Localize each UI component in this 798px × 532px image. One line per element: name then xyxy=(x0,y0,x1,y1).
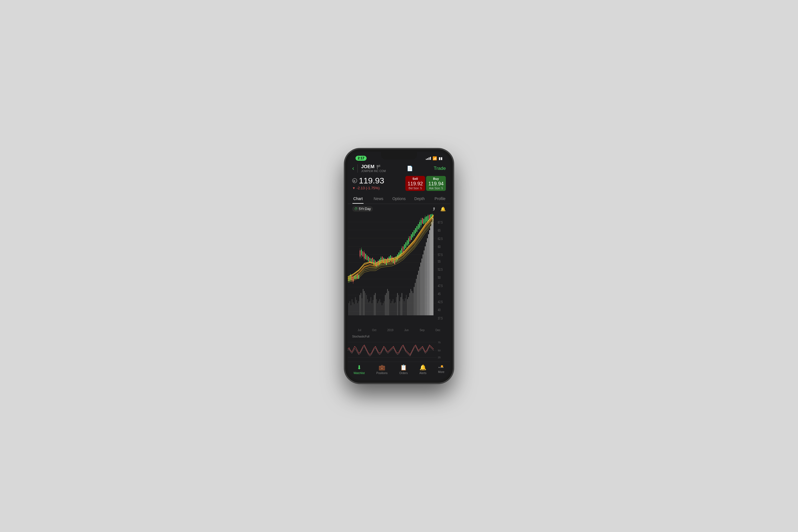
svg-text:67.5: 67.5 xyxy=(438,220,442,224)
ticker-symbol: JOEM xyxy=(361,164,374,170)
tab-news[interactable]: News xyxy=(368,194,389,204)
svg-rect-77 xyxy=(406,295,407,315)
x-label-sep: Sep xyxy=(419,329,424,332)
tab-chart[interactable]: Chart xyxy=(348,194,368,204)
svg-rect-64 xyxy=(392,301,392,315)
svg-rect-53 xyxy=(379,299,380,316)
price-down-arrow: ▼ xyxy=(352,186,356,190)
timeframe-button[interactable]: ⏱ 5Yr:Day xyxy=(352,206,373,212)
svg-rect-85 xyxy=(415,283,416,315)
nav-watchlist-label: Watchlist xyxy=(354,372,365,375)
svg-rect-66 xyxy=(394,303,395,315)
x-label-dec: Dec xyxy=(435,329,440,332)
nav-positions-label: Positions xyxy=(376,372,388,375)
nav-more[interactable]: ••• More xyxy=(438,365,444,374)
svg-rect-160 xyxy=(415,228,416,233)
svg-rect-156 xyxy=(410,236,410,242)
svg-rect-73 xyxy=(401,293,402,316)
svg-rect-59 xyxy=(386,293,387,316)
svg-rect-87 xyxy=(417,275,418,315)
nav-alerts[interactable]: 🔔 Alerts xyxy=(419,364,427,375)
svg-rect-80 xyxy=(409,293,410,316)
svg-rect-28 xyxy=(352,299,353,316)
header-doc-icon[interactable]: 📄 xyxy=(407,166,413,172)
main-chart[interactable]: 67.5 65 62.5 60 57.5 55 52.5 50 47.5 45 … xyxy=(348,214,450,327)
svg-rect-84 xyxy=(414,287,415,316)
svg-text:55: 55 xyxy=(438,259,440,263)
candlestick-chart-svg: 67.5 65 62.5 60 57.5 55 52.5 50 47.5 45 … xyxy=(348,214,450,327)
price-row: ▶ 119.93 xyxy=(352,176,384,185)
svg-rect-171 xyxy=(426,216,427,222)
bid-ask-section: Sell 119.92 Bid Size: 5 Buy 119.94 Ask S… xyxy=(405,176,446,191)
svg-rect-159 xyxy=(414,230,415,236)
document-icon: 📄 xyxy=(407,166,413,172)
bottom-nav: ⬇ Watchlist 💼 Positions 📋 Orders 🔔 Alert… xyxy=(348,362,450,380)
trade-button[interactable]: Trade xyxy=(434,166,446,171)
phone-screen: 2:17 📶 ▮▮ ‹ JOEM 🏴 xyxy=(348,152,450,380)
svg-rect-150 xyxy=(403,246,403,252)
svg-rect-75 xyxy=(404,301,404,315)
svg-rect-61 xyxy=(388,291,389,315)
svg-rect-34 xyxy=(358,301,359,315)
clock: 2:17 xyxy=(356,156,366,161)
svg-text:37.5: 37.5 xyxy=(438,316,442,320)
svg-rect-90 xyxy=(420,263,421,315)
svg-text:62.5: 62.5 xyxy=(438,236,442,241)
svg-text:57.5: 57.5 xyxy=(438,253,442,257)
sell-bid-box[interactable]: Sell 119.92 Bid Size: 5 xyxy=(405,176,425,191)
current-price: 119.93 xyxy=(359,176,384,185)
buy-label: Buy xyxy=(429,177,443,180)
svg-rect-57 xyxy=(384,301,385,315)
svg-rect-65 xyxy=(393,299,394,316)
nav-orders[interactable]: 📋 Orders xyxy=(399,364,408,375)
sell-label: Sell xyxy=(407,177,423,180)
tab-profile[interactable]: Profile xyxy=(430,194,450,204)
positions-icon: 💼 xyxy=(379,364,385,371)
svg-rect-121 xyxy=(365,254,366,260)
svg-rect-100 xyxy=(432,222,432,315)
ticker-symbol-row: JOEM 🏴 xyxy=(361,164,386,170)
price-circle-icon: ▶ xyxy=(352,178,357,183)
svg-rect-29 xyxy=(353,302,354,315)
nav-positions[interactable]: 💼 Positions xyxy=(376,364,388,375)
svg-text:65: 65 xyxy=(438,229,440,232)
tab-depth[interactable]: Depth xyxy=(409,194,430,204)
svg-rect-51 xyxy=(377,303,378,315)
svg-rect-167 xyxy=(422,218,423,224)
back-button[interactable]: ‹ xyxy=(352,165,354,172)
buy-ask-box[interactable]: Buy 119.94 Ask Size: 5 xyxy=(426,176,446,191)
chart-controls: ⏱ 5Yr:Day ⮭︎ 🔔 xyxy=(348,204,450,214)
nav-watchlist[interactable]: ⬇ Watchlist xyxy=(354,364,365,375)
svg-rect-36 xyxy=(360,293,361,316)
svg-rect-123 xyxy=(368,256,369,262)
alerts-icon: 🔔 xyxy=(419,364,426,371)
svg-rect-71 xyxy=(399,301,400,315)
svg-rect-152 xyxy=(405,243,406,248)
x-label-2019: 2019 xyxy=(387,329,394,332)
clock-icon: ⏱ xyxy=(355,207,358,211)
share-icon[interactable]: ⮭︎ xyxy=(432,206,436,212)
buy-price: 119.94 xyxy=(429,181,443,187)
svg-rect-76 xyxy=(405,299,406,316)
svg-rect-46 xyxy=(372,303,373,315)
svg-rect-158 xyxy=(412,232,413,238)
svg-rect-93 xyxy=(424,250,424,315)
chart-action-icons: ⮭︎ 🔔 xyxy=(432,206,446,212)
svg-rect-162 xyxy=(418,224,419,229)
app-header: ‹ JOEM 🏴 JOMPEM INC COM 📄 Trade xyxy=(348,163,450,175)
svg-text:40: 40 xyxy=(438,308,440,312)
svg-rect-62 xyxy=(389,299,390,316)
svg-rect-78 xyxy=(407,299,408,316)
tab-options[interactable]: Options xyxy=(389,194,409,204)
svg-rect-37 xyxy=(362,299,362,316)
svg-text:45: 45 xyxy=(438,292,440,296)
svg-rect-82 xyxy=(412,291,412,315)
bell-icon[interactable]: 🔔 xyxy=(440,206,446,212)
svg-rect-47 xyxy=(373,300,374,315)
ticker-info: JOEM 🏴 JOMPEM INC COM xyxy=(361,164,386,173)
svg-rect-32 xyxy=(356,300,357,315)
svg-rect-38 xyxy=(363,289,363,315)
svg-rect-44 xyxy=(369,301,370,315)
svg-rect-35 xyxy=(359,295,360,315)
tabs-bar: Chart News Options Depth Profile xyxy=(348,194,450,204)
